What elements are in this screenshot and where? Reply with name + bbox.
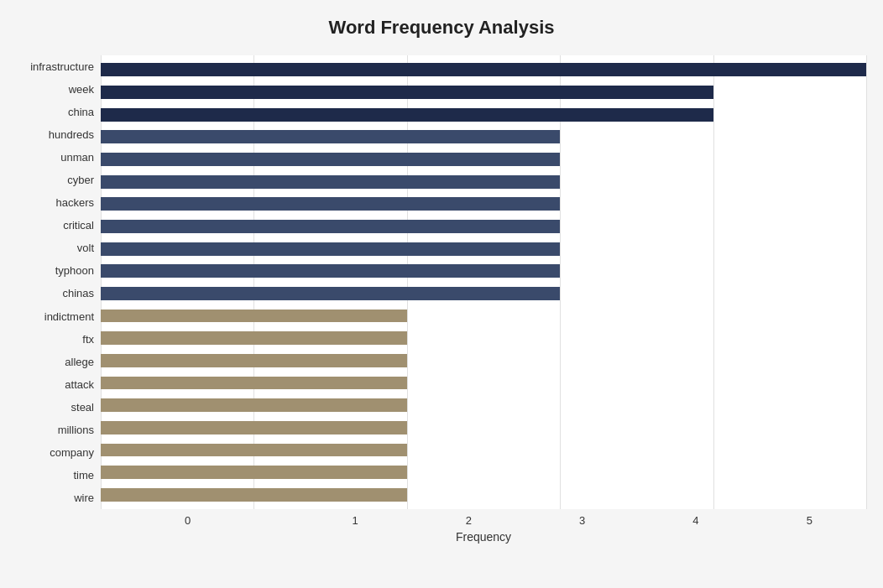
- x-tick: 2: [412, 514, 525, 527]
- y-label: week: [69, 79, 94, 101]
- y-label: unman: [60, 147, 94, 169]
- bar: [101, 444, 407, 457]
- chart-title: Word Frequency Analysis: [17, 17, 866, 39]
- bar: [101, 310, 407, 323]
- y-label: attack: [65, 373, 94, 395]
- grid-and-bars: [101, 55, 866, 509]
- bar: [101, 421, 407, 434]
- bar: [101, 331, 407, 345]
- bar-row: [101, 81, 866, 104]
- bar-row: [101, 372, 866, 394]
- bars-wrapper: [101, 55, 866, 509]
- bar: [101, 264, 560, 278]
- bar-row: [101, 394, 866, 417]
- bar-row: [101, 59, 866, 81]
- y-label: allege: [65, 351, 94, 372]
- y-label: chinas: [62, 283, 94, 304]
- bar-row: [101, 461, 866, 484]
- bar-row: [101, 327, 866, 350]
- grid-line: [866, 55, 867, 509]
- bar: [101, 287, 560, 300]
- y-label: cyber: [67, 169, 94, 191]
- y-label: time: [73, 464, 94, 486]
- bottom-section: 012345 Frequency: [101, 509, 866, 544]
- bars-and-grid: [101, 55, 866, 509]
- x-tick: 5: [753, 514, 866, 527]
- chart-area: infrastructureweekchinahundredsunmancybe…: [17, 55, 866, 509]
- bar-row: [101, 350, 866, 372]
- bar: [101, 242, 560, 256]
- bar-row: [101, 148, 866, 171]
- y-axis-labels: infrastructureweekchinahundredsunmancybe…: [17, 55, 101, 509]
- bar-row: [101, 304, 866, 327]
- x-axis-label: Frequency: [101, 530, 866, 544]
- y-label: china: [68, 101, 94, 123]
- bar: [101, 466, 407, 479]
- bar: [101, 175, 560, 189]
- bar-row: [101, 170, 866, 193]
- bar-row: [101, 260, 866, 283]
- y-label: typhoon: [55, 260, 94, 282]
- bar: [101, 377, 407, 390]
- bar-row: [101, 439, 866, 461]
- bar-row: [101, 417, 866, 440]
- y-label: critical: [63, 215, 94, 237]
- bar: [101, 130, 560, 143]
- x-axis: 012345: [185, 509, 866, 527]
- bar: [101, 398, 407, 412]
- x-tick: 0: [185, 514, 298, 527]
- bar: [101, 153, 560, 166]
- bar-row: [101, 126, 866, 148]
- y-label: indictment: [44, 305, 94, 327]
- y-label: hackers: [55, 192, 94, 214]
- bar: [101, 488, 407, 502]
- x-tick: 1: [298, 514, 411, 527]
- bar: [101, 63, 866, 76]
- bar-row: [101, 237, 866, 260]
- bar-row: [101, 193, 866, 216]
- x-tick: 4: [639, 514, 752, 527]
- x-tick: 3: [525, 514, 639, 527]
- y-label: ftx: [82, 328, 94, 350]
- bar: [101, 354, 407, 367]
- bar-row: [101, 103, 866, 126]
- bar-row: [101, 216, 866, 238]
- bar: [101, 86, 713, 99]
- y-label: infrastructure: [30, 56, 94, 78]
- y-label: company: [50, 441, 94, 463]
- y-label: hundreds: [49, 124, 94, 146]
- bar-row: [101, 483, 866, 506]
- bar: [101, 197, 560, 211]
- chart-container: Word Frequency Analysis infrastructurewe…: [0, 0, 883, 588]
- y-label: wire: [74, 487, 94, 509]
- y-label: volt: [77, 237, 94, 259]
- y-label: steal: [71, 396, 94, 418]
- y-label: millions: [58, 419, 94, 440]
- bar: [101, 108, 713, 122]
- bar-row: [101, 283, 866, 305]
- bar: [101, 220, 560, 233]
